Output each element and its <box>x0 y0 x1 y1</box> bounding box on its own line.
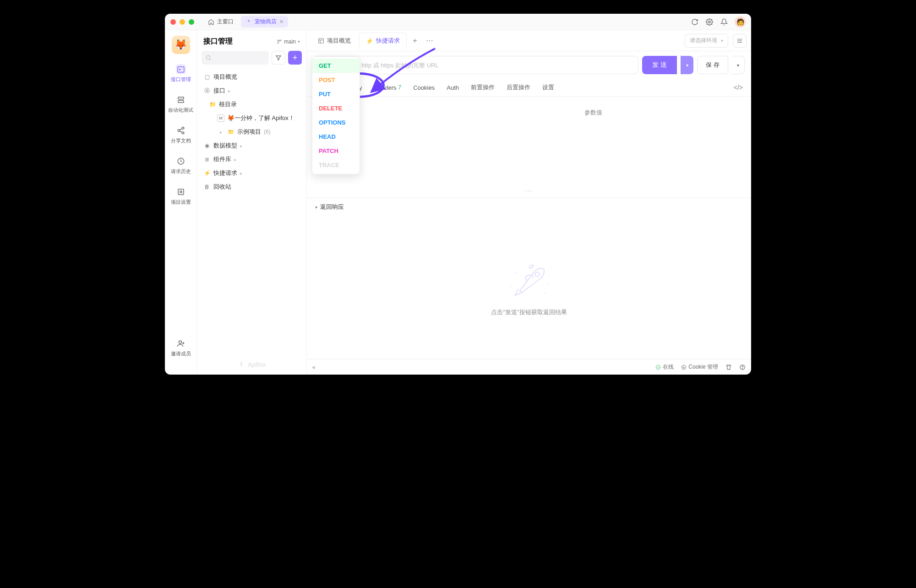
avatar[interactable]: 🧑 <box>735 16 746 27</box>
subtab-label: Cookies <box>413 84 435 91</box>
subtab-settings[interactable]: 设置 <box>541 79 555 96</box>
chevron-right-icon: ▸ <box>217 130 224 135</box>
rail-item-invite[interactable]: 邀请成员 <box>165 337 196 359</box>
url-input[interactable] <box>344 62 638 69</box>
tree-quick-request[interactable]: ⚡ 快捷请求 ▸ <box>201 166 303 180</box>
save-more-button[interactable]: ▾ <box>732 56 745 74</box>
layout-icon <box>318 38 324 44</box>
subtab-post[interactable]: 后置操作 <box>506 79 531 96</box>
status-online[interactable]: 在线 <box>655 363 674 371</box>
trash-icon: 🗑 <box>203 184 211 190</box>
subtab-pre[interactable]: 前置操作 <box>470 79 496 96</box>
send-label: 发 送 <box>652 61 667 69</box>
bolt-icon: ⚡ <box>366 38 373 44</box>
search-input[interactable] <box>202 51 269 65</box>
tree-components[interactable]: ≣ 组件库 ▸ <box>201 152 303 166</box>
tree-overview[interactable]: ▢ 项目概览 <box>201 70 303 84</box>
rocket-illustration <box>502 259 556 300</box>
subtab-label: Headers <box>374 84 396 91</box>
send-button[interactable]: 发 送 <box>642 56 677 74</box>
window-minimize-dot[interactable] <box>180 19 185 25</box>
filter-icon <box>275 54 282 61</box>
rail-item-api[interactable]: 接口管理 <box>165 62 196 85</box>
tree-label: 组件库 <box>213 155 231 163</box>
refresh-icon[interactable] <box>691 18 699 26</box>
add-button[interactable]: + <box>288 51 302 65</box>
folder-icon: 📁 <box>209 101 216 108</box>
method-option-head[interactable]: HEAD <box>312 130 360 144</box>
brand-icon <box>238 361 245 368</box>
tree-trash[interactable]: 🗑 回收站 <box>201 180 303 194</box>
tab-overview[interactable]: 项目概览 <box>311 33 357 49</box>
bell-icon[interactable] <box>720 18 728 26</box>
svg-point-19 <box>510 285 512 287</box>
svg-point-7 <box>182 132 184 134</box>
method-option-patch[interactable]: PATCH <box>312 144 360 158</box>
close-icon[interactable]: ✕ <box>279 19 284 25</box>
svg-point-10 <box>180 191 182 193</box>
response-body: 点击"发送"按钮获取返回结果 <box>307 216 751 359</box>
rail-item-label: 请求历史 <box>171 168 191 175</box>
svg-rect-3 <box>178 97 184 99</box>
response-toggle[interactable]: ▾ 返回响应 <box>307 198 751 216</box>
svg-rect-9 <box>178 189 184 195</box>
resize-handle[interactable]: ⋯ <box>307 184 751 198</box>
home-icon <box>208 19 214 25</box>
rail-item-history[interactable]: 请求历史 <box>165 154 196 177</box>
tree-api-section[interactable]: ⓐ 接口 ▸ <box>201 84 303 98</box>
tab-quick-request[interactable]: ⚡ 快捷请求 <box>359 33 407 49</box>
subtab-headers[interactable]: Headers7 <box>373 79 402 96</box>
window-tab-project[interactable]: 宠物商店 ✕ <box>241 16 288 27</box>
status-shirt[interactable] <box>725 364 732 370</box>
shirt-icon <box>725 364 732 370</box>
method-option-put[interactable]: PUT <box>312 87 360 101</box>
tree-label: 示例项目 <box>237 128 261 136</box>
svg-point-21 <box>545 292 546 294</box>
tab-more[interactable]: ⋯ <box>423 34 436 47</box>
rail-item-settings[interactable]: 项目设置 <box>165 185 196 207</box>
api-icon: ⓐ <box>203 87 211 95</box>
branch-selector[interactable]: main ▾ <box>277 38 300 45</box>
clock-icon <box>176 156 186 166</box>
tree-data-model[interactable]: ◉ 数据模型 ▸ <box>201 139 303 152</box>
tree-intro-doc[interactable]: M 🦊一分钟，了解 Apifox！ <box>201 111 303 125</box>
window-close-dot[interactable] <box>170 19 176 25</box>
window-tab-home[interactable]: 主窗口 <box>203 16 238 27</box>
status-cookie-label: Cookie 管理 <box>688 363 718 371</box>
gear-icon[interactable] <box>705 18 714 26</box>
save-button[interactable]: 保 存 <box>697 56 728 74</box>
panel-toggle[interactable] <box>733 34 747 48</box>
method-option-delete[interactable]: DELETE <box>312 101 360 115</box>
tab-add[interactable]: + <box>409 34 421 47</box>
subtab-cookies[interactable]: Cookies <box>412 79 436 96</box>
rail-item-autotest[interactable]: 自动化测试 <box>165 93 196 115</box>
branch-icon <box>277 39 282 44</box>
app-logo[interactable]: 🦊 <box>172 36 190 54</box>
send-more-button[interactable]: ▾ <box>681 56 693 74</box>
method-option-get[interactable]: GET <box>312 59 360 73</box>
window-zoom-dot[interactable] <box>189 19 194 25</box>
subtab-auth[interactable]: Auth <box>446 79 460 96</box>
status-cookie[interactable]: Cookie 管理 <box>681 363 718 371</box>
user-plus-icon <box>176 338 186 348</box>
layers-icon <box>176 95 186 105</box>
check-circle-icon <box>655 365 661 370</box>
sidebar: 接口管理 main ▾ + ▢ 项目概览 <box>197 30 307 375</box>
method-option-post[interactable]: POST <box>312 73 360 87</box>
settings-icon <box>176 187 186 197</box>
chevron-right-icon: ▸ <box>234 157 236 162</box>
sparkle-icon <box>245 19 252 25</box>
code-icon[interactable]: </> <box>734 84 743 91</box>
tree-sample-project[interactable]: ▸ 📁 示例项目 (6) <box>201 125 303 139</box>
method-option-options[interactable]: OPTIONS <box>312 115 360 130</box>
filter-button[interactable] <box>272 51 285 65</box>
tree-root-folder[interactable]: 📁 根目录 <box>201 98 303 111</box>
method-option-trace[interactable]: TRACE <box>312 158 360 172</box>
headers-count: 7 <box>398 84 402 91</box>
collapse-sidebar[interactable]: « <box>312 364 316 370</box>
chevron-down-icon: ▾ <box>686 63 688 68</box>
status-help[interactable] <box>739 364 746 370</box>
rail-item-share[interactable]: 分享文档 <box>165 124 196 146</box>
tree-label: 项目概览 <box>213 73 237 81</box>
environment-select[interactable]: 请选择环境 ▾ <box>685 34 728 48</box>
